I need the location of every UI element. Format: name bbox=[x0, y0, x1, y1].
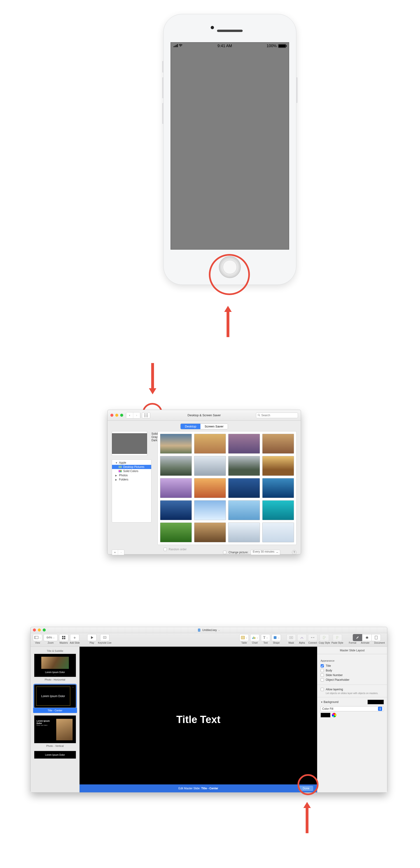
wallpaper-thumb[interactable] bbox=[194, 523, 226, 542]
svg-marker-22 bbox=[91, 636, 93, 639]
wallpaper-thumb[interactable] bbox=[194, 500, 226, 520]
wallpaper-thumb[interactable] bbox=[228, 523, 260, 542]
wallpaper-thumb[interactable] bbox=[160, 434, 192, 454]
chart-button[interactable]: ⌄ bbox=[250, 634, 259, 641]
play-button[interactable] bbox=[87, 634, 97, 641]
masters-button[interactable] bbox=[59, 634, 68, 641]
master-thumb-photo-horizontal[interactable]: Lorem Ipsum Dolor — bbox=[34, 654, 76, 677]
master-thumb-photo-vertical[interactable]: Lorem Ipsum Dolor Dolor sed diam bbox=[34, 715, 76, 743]
close-icon[interactable] bbox=[110, 414, 114, 417]
close-icon[interactable] bbox=[33, 628, 36, 631]
back-button[interactable]: ‹ bbox=[126, 412, 133, 418]
connect-button[interactable] bbox=[308, 634, 317, 641]
view-button[interactable]: ⌄ bbox=[33, 634, 42, 641]
wallpaper-thumb[interactable] bbox=[160, 478, 192, 498]
mask-button[interactable] bbox=[287, 634, 296, 641]
allow-layering-checkbox[interactable] bbox=[321, 688, 324, 691]
change-interval-select[interactable]: Every 30 minutes bbox=[251, 550, 280, 555]
object-placeholder-checkbox[interactable] bbox=[321, 678, 324, 681]
zoom-icon[interactable] bbox=[120, 414, 123, 417]
wallpaper-thumb[interactable] bbox=[160, 523, 192, 542]
fill-color-well[interactable] bbox=[321, 713, 330, 717]
text-button[interactable]: T⌄ bbox=[261, 634, 270, 641]
master-thumb-5[interactable]: Lorem Ipsum Dolor bbox=[34, 751, 76, 759]
body-checkbox[interactable] bbox=[321, 669, 324, 672]
canvas-title-text[interactable]: Title Text bbox=[176, 714, 220, 725]
background-disclosure[interactable]: ▼ bbox=[321, 701, 324, 704]
zoom-label: Zoom bbox=[47, 642, 54, 644]
master-thumb-title-center[interactable]: Lorem Ipsum Dolor bbox=[34, 684, 76, 708]
source-photos[interactable]: ▶Photos bbox=[112, 473, 151, 477]
tab-screen-saver[interactable]: Screen Saver bbox=[200, 424, 228, 429]
wallpaper-thumb[interactable] bbox=[194, 456, 226, 476]
wallpaper-thumb[interactable] bbox=[228, 500, 260, 520]
slide-number-checkbox[interactable] bbox=[321, 674, 324, 677]
search-input[interactable] bbox=[261, 414, 296, 417]
minimize-icon[interactable] bbox=[38, 628, 41, 631]
wallpaper-thumb[interactable] bbox=[262, 478, 294, 498]
tab-desktop[interactable]: Desktop bbox=[181, 424, 200, 429]
svg-point-4 bbox=[144, 413, 145, 414]
inspector-segmented[interactable] bbox=[353, 634, 381, 641]
svg-point-7 bbox=[144, 415, 145, 415]
format-button[interactable] bbox=[353, 634, 362, 641]
wallpaper-thumb[interactable] bbox=[262, 456, 294, 476]
wallpaper-thumb[interactable] bbox=[228, 478, 260, 498]
svg-rect-17 bbox=[35, 636, 36, 639]
svg-rect-3 bbox=[177, 44, 178, 47]
wallpaper-thumb[interactable] bbox=[194, 434, 226, 454]
search-field[interactable] bbox=[256, 412, 298, 418]
wallpaper-thumb[interactable] bbox=[194, 478, 226, 498]
wallpaper-thumb[interactable] bbox=[228, 456, 260, 476]
nav-back-forward[interactable]: ‹ › bbox=[126, 412, 140, 418]
source-desktop-pictures[interactable]: Desktop Pictures bbox=[112, 465, 151, 469]
wallpaper-thumb[interactable] bbox=[228, 434, 260, 454]
fill-type-popup[interactable]: Color Fill ▴▾ bbox=[321, 706, 384, 711]
background-swatch[interactable] bbox=[367, 700, 384, 704]
wallpaper-thumb[interactable] bbox=[262, 434, 294, 454]
desktop-screensaver-tabs[interactable]: Desktop Screen Saver bbox=[181, 424, 228, 429]
slide-canvas[interactable]: Title Text Edit Master Slide: Title - Ce… bbox=[79, 647, 317, 793]
allow-layering-hint: Let objects on slides layer with objects… bbox=[321, 692, 384, 695]
wallpaper-thumb[interactable] bbox=[160, 500, 192, 520]
help-button[interactable]: ? bbox=[292, 550, 297, 555]
zoom-icon[interactable] bbox=[43, 628, 46, 631]
random-order-checkbox[interactable] bbox=[164, 548, 167, 551]
copy-style-button[interactable] bbox=[320, 634, 329, 641]
color-wheel-button[interactable] bbox=[332, 713, 336, 717]
window-traffic-lights[interactable] bbox=[110, 414, 123, 417]
alpha-button[interactable] bbox=[297, 634, 306, 641]
change-picture-checkbox[interactable] bbox=[223, 551, 226, 554]
wallpaper-source-list[interactable]: ▼Apple Desktop Pictures Solid Colors ▶Ph… bbox=[112, 460, 152, 523]
title-chevron-icon[interactable]: ⌄ bbox=[218, 629, 220, 631]
show-all-button[interactable] bbox=[142, 412, 150, 418]
forward-button[interactable]: › bbox=[133, 412, 140, 418]
window-traffic-lights[interactable] bbox=[33, 628, 46, 631]
shape-button[interactable]: ⌄ bbox=[271, 634, 281, 641]
minimize-icon[interactable] bbox=[115, 414, 118, 417]
wallpaper-thumb[interactable] bbox=[262, 500, 294, 520]
wallpaper-thumb[interactable] bbox=[262, 523, 294, 542]
document-button[interactable] bbox=[371, 634, 381, 641]
wallpaper-thumbnail-grid[interactable] bbox=[158, 431, 297, 545]
source-apple[interactable]: ▼Apple bbox=[112, 461, 151, 465]
title-checkbox[interactable] bbox=[321, 664, 324, 668]
wallpaper-thumb[interactable] bbox=[160, 456, 192, 476]
source-folders[interactable]: ▶Folders bbox=[112, 477, 151, 482]
animate-button[interactable] bbox=[362, 634, 371, 641]
table-icon bbox=[241, 636, 245, 640]
masters-icon bbox=[62, 636, 66, 640]
add-button[interactable]: ＋ bbox=[112, 550, 118, 555]
keynote-live-icon bbox=[103, 636, 107, 640]
source-solid-colors[interactable]: Solid Colors bbox=[112, 469, 151, 473]
master-label-3: Title - Center bbox=[33, 708, 77, 713]
slide-navigator[interactable]: Title & Subtitle Lorem Ipsum Dolor — Pho… bbox=[31, 647, 79, 793]
remove-button[interactable]: － bbox=[118, 550, 124, 555]
keynote-live-button[interactable] bbox=[100, 634, 109, 641]
zoom-button[interactable]: 64%⌄ bbox=[44, 634, 58, 641]
add-slide-button[interactable]: ＋ bbox=[70, 634, 79, 641]
add-remove-buttons[interactable]: ＋ － bbox=[112, 550, 124, 555]
table-button[interactable]: ⌄ bbox=[239, 634, 249, 641]
svg-rect-35 bbox=[290, 637, 292, 638]
paste-style-button[interactable] bbox=[333, 634, 342, 641]
